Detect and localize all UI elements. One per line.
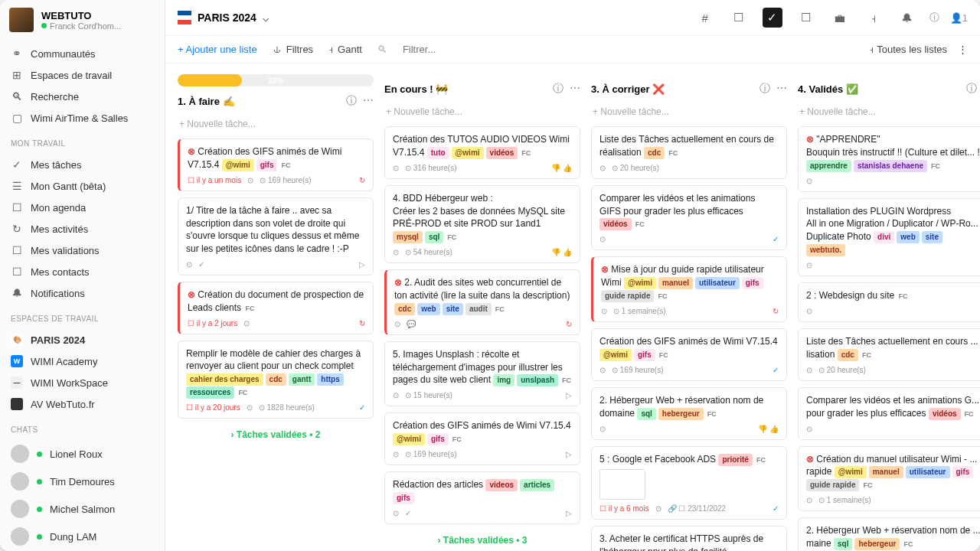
task-card[interactable]: 2. Hébergeur Web + réservation nom de ..…: [798, 517, 980, 551]
task-card[interactable]: ⊗ Création du manuel utilisateur Wimi - …: [798, 446, 980, 512]
tag[interactable]: site: [922, 231, 942, 243]
tag[interactable]: articles: [520, 479, 554, 491]
tag[interactable]: @wimi: [835, 466, 867, 478]
task-card[interactable]: 5. Images Unsplash : récolte et téléchar…: [384, 341, 580, 407]
tag[interactable]: https: [317, 373, 343, 386]
tag[interactable]: utilisateur: [906, 466, 950, 478]
tag[interactable]: cdc: [644, 147, 665, 159]
tag[interactable]: gifs: [393, 492, 414, 504]
chat-item[interactable]: Dung LAM: [0, 523, 165, 550]
tag[interactable]: web: [897, 231, 919, 243]
tag[interactable]: gifs: [634, 349, 655, 361]
validate-icon[interactable]: ✓: [773, 504, 779, 513]
tag[interactable]: unslpash: [517, 374, 558, 386]
tag[interactable]: site: [443, 303, 463, 315]
task-card[interactable]: 1/ Titre de la tâche à faire .. avec sa …: [178, 197, 374, 276]
task-card[interactable]: Rédaction des articles videosarticlesgif…: [384, 471, 580, 524]
tag[interactable]: guide rapide: [806, 479, 859, 491]
add-list-button[interactable]: + Ajouter une liste: [178, 44, 257, 55]
task-card[interactable]: Installation des PLUGIN WordpressAll in …: [798, 198, 980, 277]
task-card[interactable]: Liste des Tâches actuellement en cours d…: [591, 126, 787, 179]
more-icon[interactable]: ⋯: [363, 94, 374, 108]
nav-workspaces[interactable]: ⊞Espaces de travail: [0, 64, 165, 86]
task-card[interactable]: Comparer les vidéos et les animations G.…: [798, 387, 980, 440]
task-card[interactable]: Comparer les vidéos et les animations GI…: [591, 185, 787, 251]
nav-airtime[interactable]: ▢Wimi AirTime & Salles: [0, 107, 165, 129]
new-task-button[interactable]: + Nouvelle tâche...: [798, 102, 980, 122]
chat-item[interactable]: Tim Demoures: [0, 468, 165, 495]
new-task-button[interactable]: + Nouvelle tâche...: [178, 114, 374, 134]
task-card[interactable]: 3. Acheter le certificat HTTPS auprès de…: [591, 526, 787, 551]
tag[interactable]: @wimi: [393, 433, 425, 445]
validate-icon[interactable]: ✓: [773, 235, 779, 243]
tag[interactable]: gantt: [289, 373, 315, 386]
info-icon[interactable]: ⓘ: [346, 94, 357, 108]
task-card[interactable]: Remplir le modèle de cahier des charges …: [178, 341, 374, 419]
tag[interactable]: web: [417, 303, 439, 315]
thumbs-icons[interactable]: 👎 👍: [551, 164, 572, 172]
task-card[interactable]: Création des GIFS animés de Wimi V7.15.4…: [384, 412, 580, 465]
tag[interactable]: @wimi: [222, 159, 254, 171]
play-icon[interactable]: ▷: [566, 509, 572, 517]
tag[interactable]: mysql: [393, 231, 423, 243]
tag[interactable]: cdc: [266, 373, 286, 386]
tag[interactable]: stanislas dehaene: [854, 160, 927, 172]
nav-search[interactable]: 🔍︎Recherche: [0, 86, 165, 107]
nav-agenda[interactable]: ☐Mon agenda: [0, 197, 165, 218]
tag[interactable]: cdc: [838, 349, 858, 361]
validated-toggle[interactable]: › Tâches validées • 2: [178, 425, 374, 445]
info-icon[interactable]: ⓘ: [553, 82, 564, 96]
tag[interactable]: vidéos: [929, 408, 961, 420]
task-card[interactable]: ⊗ Création du document de prospection de…: [178, 282, 374, 334]
tag[interactable]: gifs: [952, 466, 974, 478]
task-card[interactable]: Création des TUTOS AUDIO VIDEOS Wimi V7.…: [384, 126, 580, 179]
task-card[interactable]: Création des GIFS animés de Wimi V7.15.4…: [591, 328, 787, 381]
calendar-tool[interactable]: ☐: [796, 8, 816, 28]
tag[interactable]: utilisateur: [695, 277, 740, 289]
workspace-selector[interactable]: PARIS 2024 ⌵: [178, 11, 269, 24]
task-card[interactable]: ⊗ "APPRENDRE"Bouquin très instructif !! …: [798, 126, 980, 192]
tag[interactable]: ressources: [186, 386, 234, 399]
tag[interactable]: webtuto.: [806, 244, 845, 256]
tag[interactable]: @wimi: [599, 349, 632, 361]
play-icon[interactable]: ▷: [566, 450, 572, 458]
task-card[interactable]: 4. BDD Hébergeur web :Créer les 2 bases …: [384, 185, 580, 263]
tag[interactable]: priorité: [718, 454, 752, 466]
hash-tool[interactable]: #: [695, 8, 715, 28]
tag[interactable]: vidéos: [599, 218, 632, 230]
play-icon[interactable]: ▷: [566, 391, 572, 399]
tag[interactable]: @wimi: [624, 277, 656, 289]
tag[interactable]: gifs: [256, 159, 278, 171]
tag[interactable]: hebergeur: [658, 408, 704, 420]
tag[interactable]: img: [493, 374, 514, 386]
tag[interactable]: videos: [485, 479, 518, 491]
task-card[interactable]: ⊗ Création des GIFS animés de Wimi V7.15…: [178, 139, 374, 191]
tag[interactable]: sql: [834, 538, 852, 550]
tag[interactable]: sql: [637, 408, 655, 420]
briefcase-tool[interactable]: 💼︎: [830, 8, 850, 28]
tag[interactable]: cdc: [394, 303, 415, 315]
tag[interactable]: @wimi: [452, 147, 484, 159]
thumbs-icons[interactable]: 👎 👍: [551, 248, 572, 256]
bell-tool[interactable]: 🔔︎: [897, 8, 917, 28]
tag[interactable]: apprendre: [806, 160, 851, 172]
info-icon[interactable]: ⓘ: [929, 11, 939, 24]
task-card[interactable]: Liste des Tâches actuellement en cours .…: [798, 328, 980, 381]
validated-toggle[interactable]: › Tâches validées • 3: [384, 530, 580, 550]
tasks-tool[interactable]: ✓: [763, 8, 782, 28]
new-task-button[interactable]: + Nouvelle tâche...: [591, 102, 787, 122]
tag[interactable]: divi: [874, 231, 894, 243]
user-count[interactable]: 👤1: [950, 12, 968, 24]
nav-contacts[interactable]: ☐Mes contacts: [0, 261, 165, 282]
nav-activities[interactable]: ↻Mes activités: [0, 218, 165, 240]
ws-webtuto[interactable]: AV WebTuto.fr: [0, 393, 165, 415]
tag[interactable]: hebergeur: [854, 538, 900, 550]
tag[interactable]: guide rapide: [601, 290, 654, 302]
more-icon[interactable]: ⋮: [958, 44, 968, 55]
ws-academy[interactable]: WWIMI Academy: [0, 350, 165, 372]
tag[interactable]: gifs: [427, 433, 449, 445]
tag[interactable]: sql: [425, 231, 443, 243]
chat-item[interactable]: Michel Salmon: [0, 495, 165, 523]
more-icon[interactable]: ⋯: [776, 82, 787, 96]
tag[interactable]: cahier des charges: [186, 373, 263, 386]
